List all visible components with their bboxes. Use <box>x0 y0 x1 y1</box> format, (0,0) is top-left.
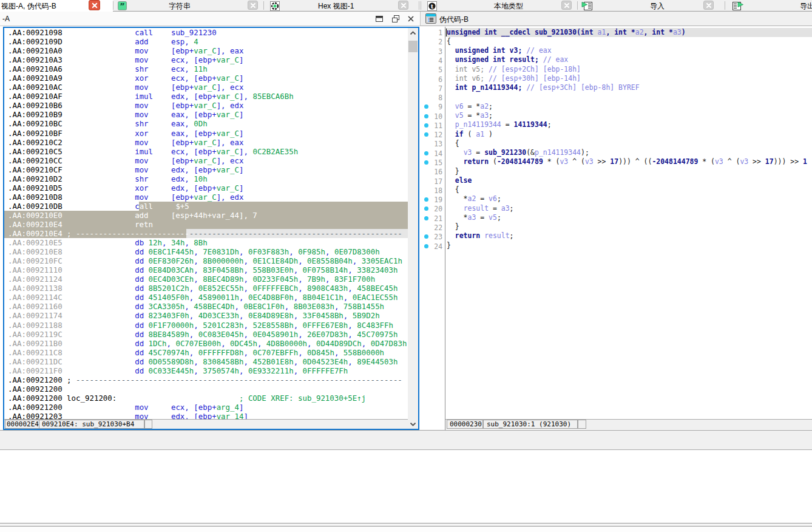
pseudocode-line[interactable]: } <box>447 222 807 231</box>
listing-row[interactable]: .AA:0092114C dd 451405F0h, 45890011h, 0E… <box>8 293 407 302</box>
close-icon[interactable] <box>406 14 416 24</box>
vertical-scrollbar[interactable] <box>408 28 418 429</box>
pseudocode-line[interactable]: return (-2048144789 * (v3 ^ (v3 >> 17)))… <box>447 157 807 166</box>
listing-row[interactable]: .AA:009211C8 dd 45C70974h, 0FFFFFFD8h, 0… <box>8 348 407 357</box>
close-icon[interactable] <box>398 1 408 10</box>
pseudocode-line[interactable]: { <box>447 37 807 46</box>
listing-row[interactable]: .AA:00921200 <box>8 384 407 394</box>
line-number: 22 <box>426 223 442 232</box>
pseudocode-line[interactable]: } <box>447 241 807 250</box>
float-icon[interactable] <box>391 14 401 24</box>
listing-row[interactable]: .AA:009210C2 mov [ebp+var_C], eax <box>8 138 407 147</box>
pseudocode-line[interactable]: int v5; // [esp+2Ch] [ebp-18h] <box>447 65 807 74</box>
pseudocode-line[interactable]: } <box>447 167 807 176</box>
pseudocode-line[interactable]: p_n14119344 = 14119344; <box>447 120 807 129</box>
tab-imports[interactable]: 导入 <box>578 0 725 11</box>
listing-row[interactable]: .AA:009211B0 dd 1DCh, 0C707EB00h, 0DC45h… <box>8 339 407 348</box>
status-offset: 000002E4 <box>5 420 39 429</box>
pseudocode-line[interactable]: else <box>447 176 807 185</box>
pseudocode-line[interactable]: { <box>447 139 807 148</box>
tab-local-types[interactable]: t 本地类型 <box>421 0 577 11</box>
close-icon[interactable] <box>561 1 572 10</box>
listing-row[interactable]: .AA:009210D5 xor edx, [ebp+var_C] <box>8 183 407 193</box>
listing-row[interactable]: .AA:00921203 mov edx, [ebp+var_14] <box>8 412 407 419</box>
listing-row[interactable]: .AA:00921124 dd 0EC4D03CEh, 8BEC4D89h, 0… <box>8 275 407 284</box>
scroll-up-icon[interactable] <box>408 28 418 38</box>
right-window-titlebar[interactable]: 伪代码-B <box>420 12 812 26</box>
listing-row[interactable]: .AA:00921200 mov ecx, [ebp+arg_4] <box>8 403 407 412</box>
listing-row[interactable]: .AA:009210BC shr eax, 0Dh <box>8 119 407 128</box>
status-location: sub_921030:1 (921030) <box>483 420 578 429</box>
listing-row[interactable]: .AA:009211F0 dd 0C033E445h, 3750574h, 0E… <box>8 366 407 375</box>
pseudocode-line[interactable]: unsigned int __cdecl sub_921030(int a1, … <box>447 28 807 37</box>
tab-label: 导入 <box>650 1 665 12</box>
pseudocode-line[interactable]: result = a3; <box>447 204 807 213</box>
listing-row[interactable]: .AA:00921174 dd 823403F0h, 4D03CE33h, 0E… <box>8 311 407 320</box>
listing-row[interactable]: .AA:009210A0 mov [ebp+var_C], eax <box>8 46 407 55</box>
listing-row[interactable]: .AA:009210A9 xor ecx, [ebp+var_C] <box>8 73 407 83</box>
scroll-down-icon[interactable] <box>408 419 418 429</box>
pseudocode-line[interactable]: *a3 = v5; <box>447 213 807 222</box>
listing-row[interactable]: .AA:009210DB call $+5 <box>8 202 407 211</box>
pseudocode-line[interactable] <box>447 92 807 101</box>
listing-row[interactable]: .AA:009210CF mov edx, [ebp+var_C] <box>8 165 407 174</box>
line-number: 8 <box>426 94 442 102</box>
pseudocode-line[interactable]: if ( a1 ) <box>447 130 807 139</box>
listing-row[interactable]: .AA:00921188 dd 0F1F70000h, 5201C283h, 5… <box>8 321 407 330</box>
tab-hex-view[interactable]: Hex 视图-1 <box>264 0 419 11</box>
close-icon[interactable] <box>248 1 258 10</box>
listing-row[interactable]: .AA:00921138 dd 8B5201C2h, 0E852EC55h, 0… <box>8 284 407 293</box>
status-offset: 00000230 <box>447 420 483 429</box>
pseudocode-line[interactable]: unsigned int result; // eax <box>447 55 807 64</box>
listing-row[interactable]: .AA:009211DC dd 0D05589D8h, 8308458Bh, 4… <box>8 357 407 366</box>
maximize-icon[interactable] <box>374 14 384 24</box>
pseudocode-line[interactable]: unsigned int v3; // eax <box>447 46 807 55</box>
listing-row[interactable]: .AA:00921110 dd 0E84D03CAh, 83F0458Bh, 5… <box>8 265 407 275</box>
listing-row[interactable]: .AA:009210A3 mov ecx, [ebp+var_C] <box>8 55 407 64</box>
listing-row[interactable]: .AA:009210BF xor eax, [ebp+var_C] <box>8 129 407 138</box>
listing-row[interactable]: .AA:00921200 ; -------------------------… <box>8 375 407 384</box>
listing-row[interactable]: .AA:009210B6 mov [ebp+var_C], edx <box>8 101 407 110</box>
close-icon[interactable] <box>703 1 714 10</box>
hex-view-icon <box>270 1 280 11</box>
pseudocode-line[interactable]: v6 = *a2; <box>447 102 807 111</box>
listing-row[interactable]: .AA:009210E0 add [esp+44h+var_44], 7 <box>8 211 407 220</box>
statement-bullet-icon <box>424 123 428 128</box>
listing-row[interactable]: .AA:00921200 loc_921200: ; CODE XREF: su… <box>8 394 407 403</box>
left-window-titlebar[interactable]: -A <box>0 12 420 26</box>
listing-row[interactable]: .AA:009210E8 dd 0E8C1F445h, 7E0831Dh, 0F… <box>8 247 407 256</box>
listing-row[interactable]: .AA:009210FC dd 0EF830F26h, 8B000000h, 0… <box>8 256 407 265</box>
listing-row[interactable]: .AA:00921160 dd 3CA3305h, 458BEC4Dh, 0BE… <box>8 302 407 311</box>
pseudocode-text[interactable]: unsigned int __cdecl sub_921030(int a1, … <box>445 28 807 250</box>
pseudocode-line[interactable]: { <box>447 185 807 194</box>
listing-row[interactable]: .AA:009210D2 shr edx, 10h <box>8 174 407 183</box>
scrollbar-thumb[interactable] <box>408 41 418 52</box>
listing-row[interactable]: .AA:009210E5 db 12h, 34h, 8Bh <box>8 238 407 247</box>
tab-label: 本地类型 <box>494 1 523 12</box>
listing-row[interactable]: .AA:009210A6 shr ecx, 11h <box>8 64 407 73</box>
listing-row[interactable]: .AA:009210B9 mov eax, [ebp+var_C] <box>8 110 407 119</box>
tab-strings[interactable]: ” 字符串 <box>113 0 263 11</box>
listing-row[interactable]: .AA:0092109D add esp, 4 <box>8 37 407 46</box>
pseudocode-line[interactable]: int p_n14119344; // [esp+3Ch] [ebp-8h] B… <box>447 83 807 92</box>
pseudocode-line[interactable]: v3 = sub_921230(&p_n14119344); <box>447 148 807 157</box>
red-close-icon[interactable] <box>89 0 100 10</box>
listing-row[interactable]: .AA:009210AF imul edx, [ebp+var_C], 85EB… <box>8 92 407 101</box>
tab-ida-view-pseudocode[interactable]: 视图-A, 伪代码-B <box>0 0 113 12</box>
listing-row[interactable]: .AA:009210C5 imul ecx, [ebp+var_C], 0C2B… <box>8 147 407 156</box>
listing-row[interactable]: .AA:009210D8 mov [ebp+var_C], edx <box>8 193 407 202</box>
tab-label: 导出 <box>800 1 812 12</box>
listing-row[interactable]: .AA:0092119C dd 8BE84589h, 0C083E045h, 0… <box>8 330 407 339</box>
listing-row[interactable]: .AA:009210E4 ; -------------------------… <box>8 229 407 238</box>
tab-exports[interactable]: 导出 <box>725 0 812 11</box>
disassembly-listing[interactable]: .AA:00921098 call sub_921230.AA:0092109D… <box>4 28 408 419</box>
listing-row[interactable]: .AA:009210E4 retn <box>8 220 407 229</box>
pseudocode-line[interactable]: *a2 = v6; <box>447 194 807 203</box>
pseudocode-line[interactable]: v5 = *a3; <box>447 111 807 120</box>
listing-row[interactable]: .AA:00921098 call sub_921230 <box>8 28 407 37</box>
output-window[interactable] <box>0 451 812 523</box>
pseudocode-line[interactable]: int v6; // [esp+30h] [ebp-14h] <box>447 74 807 83</box>
listing-row[interactable]: .AA:009210AC mov [ebp+var_C], ecx <box>8 83 407 92</box>
listing-row[interactable]: .AA:009210CC mov [ebp+var_C], ecx <box>8 156 407 165</box>
pseudocode-line[interactable]: return result; <box>447 231 807 240</box>
